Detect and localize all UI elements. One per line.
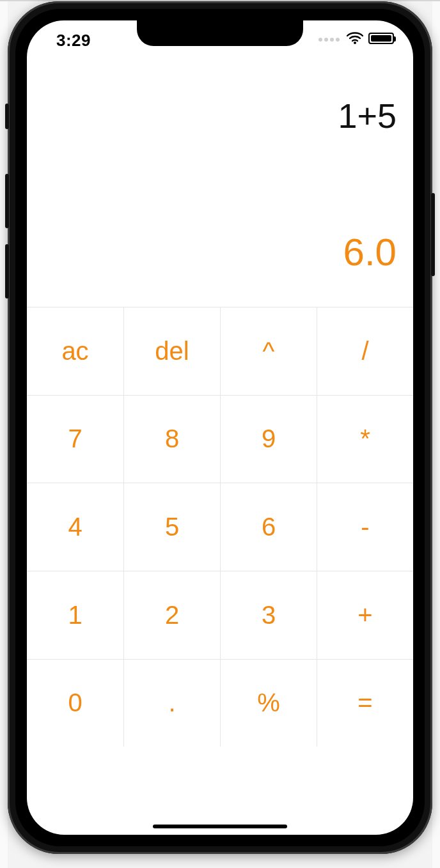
key-two[interactable]: 2 — [123, 571, 220, 659]
key-one[interactable]: 1 — [27, 571, 123, 659]
key-seven[interactable]: 7 — [27, 395, 123, 483]
svg-point-0 — [354, 42, 356, 44]
key-dot[interactable]: . — [123, 659, 220, 747]
mute-switch — [5, 104, 9, 129]
key-equals[interactable]: = — [317, 659, 413, 747]
battery-icon — [368, 33, 394, 44]
home-indicator[interactable] — [153, 825, 287, 828]
key-del[interactable]: del — [123, 307, 220, 395]
device-notch — [137, 20, 303, 46]
key-nine[interactable]: 9 — [220, 395, 317, 483]
key-eight[interactable]: 8 — [123, 395, 220, 483]
calculator-keypad: ac del ^ / 7 8 9 * 4 5 6 - 1 2 3 + 0 — [27, 307, 413, 835]
key-minus[interactable]: - — [317, 483, 413, 571]
result-text: 6.0 — [43, 230, 397, 281]
status-time: 3:29 — [56, 31, 91, 50]
expression-text: 1+5 — [43, 96, 397, 147]
bg-strip — [0, 0, 8, 868]
power-button — [431, 193, 435, 276]
key-four[interactable]: 4 — [27, 483, 123, 571]
volume-down-button — [5, 244, 9, 298]
key-percent[interactable]: % — [220, 659, 317, 747]
device-frame: 3:29 — [8, 1, 432, 854]
wifi-icon — [347, 32, 363, 45]
volume-up-button — [5, 174, 9, 228]
key-zero[interactable]: 0 — [27, 659, 123, 747]
key-five[interactable]: 5 — [123, 483, 220, 571]
key-multiply[interactable]: * — [317, 395, 413, 483]
key-three[interactable]: 3 — [220, 571, 317, 659]
key-ac[interactable]: ac — [27, 307, 123, 395]
key-divide[interactable]: / — [317, 307, 413, 395]
key-six[interactable]: 6 — [220, 483, 317, 571]
cellular-dots-icon — [318, 33, 342, 44]
bg-strip — [432, 0, 440, 868]
key-power[interactable]: ^ — [220, 307, 317, 395]
key-plus[interactable]: + — [317, 571, 413, 659]
calculator-display: 1+5 6.0 — [27, 58, 413, 307]
